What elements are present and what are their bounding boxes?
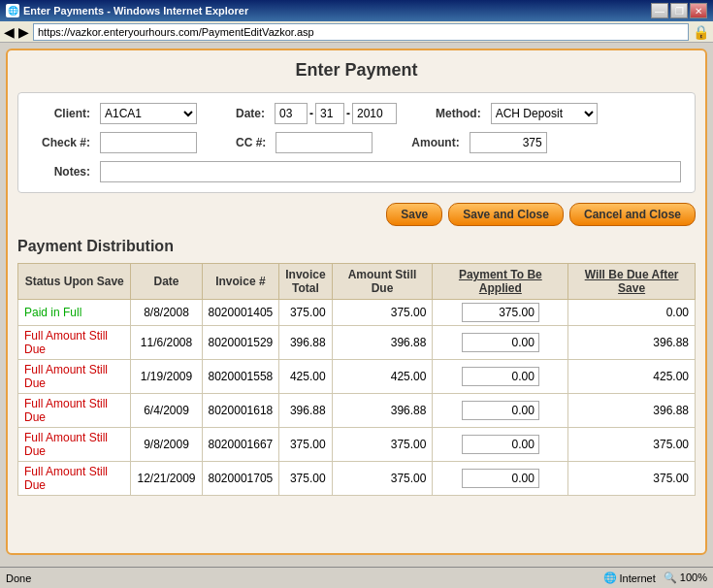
payment-input[interactable]: [462, 401, 539, 420]
date-day-input[interactable]: [315, 103, 344, 124]
save-close-button[interactable]: Save and Close: [448, 203, 564, 226]
cell-invoice: 8020001405: [202, 300, 279, 326]
cell-invoice: 8020001529: [202, 326, 279, 360]
form-row-2: Check #: CC #: Amount:: [32, 132, 681, 153]
table-row: Full Amount Still Due 9/8/2009 802000166…: [18, 428, 696, 462]
status-done: Done: [6, 572, 603, 584]
cell-payment: [433, 300, 568, 326]
payment-input[interactable]: [462, 303, 539, 322]
cell-after-save: 0.00: [568, 300, 696, 326]
cc-input[interactable]: [275, 132, 373, 153]
window-controls: — ❐ ✕: [651, 3, 707, 18]
status-bar: Done 🌐 Internet 🔍 100%: [0, 567, 713, 588]
col-total: InvoiceTotal: [279, 264, 332, 300]
method-label: Method:: [436, 107, 481, 120]
payment-input[interactable]: [462, 333, 539, 352]
date-sep-1: -: [309, 107, 313, 120]
cell-after-save: 375.00: [568, 428, 696, 462]
restore-button[interactable]: ❐: [670, 3, 688, 18]
cell-still-due: 396.88: [332, 326, 433, 360]
col-payment: Payment To Be Applied: [433, 264, 568, 300]
form-section: Client: A1CA1 Date: - - Method: ACH Depo…: [17, 92, 696, 193]
cell-after-save: 425.00: [568, 360, 696, 394]
cell-date: 12/21/2009: [131, 462, 202, 496]
cell-status: Full Amount Still Due: [18, 360, 131, 394]
cell-date: 6/4/2009: [131, 394, 202, 428]
cancel-close-button[interactable]: Cancel and Close: [569, 203, 696, 226]
status-right: 🌐 Internet 🔍 100%: [603, 572, 707, 584]
cell-still-due: 375.00: [332, 300, 433, 326]
table-row: Full Amount Still Due 1/19/2009 80200015…: [18, 360, 696, 394]
close-button[interactable]: ✕: [690, 3, 707, 18]
cell-payment: [433, 428, 568, 462]
cell-total: 375.00: [279, 462, 332, 496]
cell-date: 11/6/2008: [131, 326, 202, 360]
save-button[interactable]: Save: [386, 203, 442, 226]
table-header-row: Status Upon Save Date Invoice # InvoiceT…: [18, 264, 696, 300]
date-year-input[interactable]: [352, 103, 397, 124]
table-row: Full Amount Still Due 11/6/2008 80200015…: [18, 326, 696, 360]
form-row-3: Notes:: [32, 161, 681, 182]
cell-status: Paid in Full: [18, 300, 131, 326]
date-label: Date:: [236, 107, 265, 120]
cell-invoice: 8020001558: [202, 360, 279, 394]
cell-payment: [433, 326, 568, 360]
payment-input[interactable]: [462, 435, 539, 454]
address-input[interactable]: [33, 23, 689, 41]
window-title: Enter Payments - Windows Internet Explor…: [23, 5, 248, 16]
check-input[interactable]: [100, 132, 197, 153]
app-icon: 🌐: [6, 4, 19, 17]
cell-status: Full Amount Still Due: [18, 428, 131, 462]
cell-date: 8/8/2008: [131, 300, 202, 326]
cell-invoice: 8020001705: [202, 462, 279, 496]
cell-still-due: 375.00: [332, 428, 433, 462]
minimize-button[interactable]: —: [651, 3, 668, 18]
cell-invoice: 8020001667: [202, 428, 279, 462]
notes-input[interactable]: [100, 161, 681, 182]
page-title: Enter Payment: [17, 60, 696, 81]
amount-input[interactable]: [470, 132, 547, 153]
address-bar: ◀ ▶ 🔒: [0, 21, 713, 43]
cell-total: 396.88: [279, 326, 332, 360]
nav-forward-icon[interactable]: ▶: [18, 24, 29, 40]
client-select[interactable]: A1CA1: [100, 103, 197, 124]
cell-invoice: 8020001618: [202, 394, 279, 428]
table-row: Full Amount Still Due 12/21/2009 8020001…: [18, 462, 696, 496]
col-status: Status Upon Save: [18, 264, 131, 300]
form-row-1: Client: A1CA1 Date: - - Method: ACH Depo…: [32, 103, 681, 124]
distribution-title: Payment Distribution: [17, 238, 696, 255]
distribution-table: Status Upon Save Date Invoice # InvoiceT…: [17, 263, 696, 496]
cell-status: Full Amount Still Due: [18, 326, 131, 360]
cell-payment: [433, 360, 568, 394]
cell-status: Full Amount Still Due: [18, 394, 131, 428]
cell-after-save: 396.88: [568, 326, 696, 360]
payment-input[interactable]: [462, 367, 539, 386]
main-content: Enter Payment Client: A1CA1 Date: - - Me…: [6, 49, 707, 555]
cell-total: 375.00: [279, 428, 332, 462]
client-label: Client:: [32, 107, 90, 120]
col-invoice: Invoice #: [202, 264, 279, 300]
payment-input[interactable]: [462, 469, 539, 488]
cell-still-due: 425.00: [332, 360, 433, 394]
cell-total: 396.88: [279, 394, 332, 428]
title-bar: 🌐 Enter Payments - Windows Internet Expl…: [0, 0, 713, 21]
date-group: - -: [275, 103, 397, 124]
amount-label: Amount:: [411, 136, 459, 149]
method-select[interactable]: ACH Deposit: [491, 103, 598, 124]
table-row: Full Amount Still Due 6/4/2009 802000161…: [18, 394, 696, 428]
cc-label: CC #:: [236, 136, 266, 149]
status-zoom: 🔍 100%: [664, 572, 707, 584]
cell-total: 375.00: [279, 300, 332, 326]
table-row: Paid in Full 8/8/2008 8020001405 375.00 …: [18, 300, 696, 326]
date-month-input[interactable]: [275, 103, 308, 124]
cell-payment: [433, 462, 568, 496]
cell-date: 9/8/2009: [131, 428, 202, 462]
check-label: Check #:: [32, 136, 90, 149]
status-internet: 🌐 Internet: [603, 572, 655, 584]
cell-status: Full Amount Still Due: [18, 462, 131, 496]
col-still-due: Amount Still Due: [332, 264, 433, 300]
date-sep-2: -: [346, 107, 350, 120]
nav-back-icon[interactable]: ◀: [4, 24, 15, 40]
button-row: Save Save and Close Cancel and Close: [17, 203, 696, 226]
cell-date: 1/19/2009: [131, 360, 202, 394]
